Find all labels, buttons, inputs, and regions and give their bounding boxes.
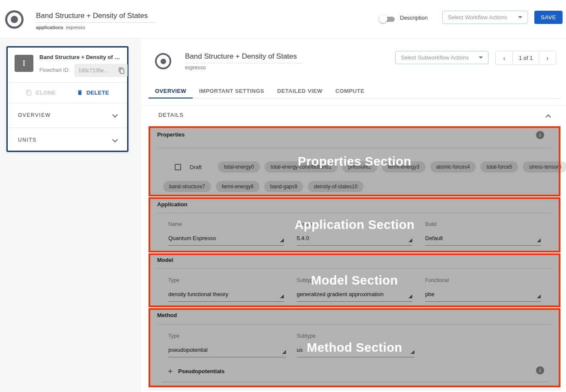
delete-button-label: DELETE [86,89,109,96]
subworkflow-icon [155,53,171,69]
annotation-properties: Properties Section [149,126,560,196]
sidebar-item-label: UNITS [18,137,37,143]
tab-important-settings[interactable]: IMPORTANT SETTINGS [193,84,271,99]
save-button[interactable]: SAVE [534,11,563,24]
details-panel-title: DETAILS [158,112,184,118]
flowchart-id-value: 193c7135e… [78,68,118,74]
flowchart-id-label: Flowchart ID: [39,67,70,73]
chevron-up-icon [545,114,551,120]
delete-button[interactable]: DELETE [77,89,109,96]
flowchart-id-field[interactable]: 193c7135e… [74,64,128,77]
app-header: Band Structure + Density of States appli… [0,0,566,39]
unit-card-title: Band Structure + Density of … [39,54,123,60]
breadcrumb-value: espresso [66,25,85,30]
annotation-label: Model Section [311,273,398,288]
annotation-application: Application Section [149,197,560,252]
sidebar-item-overview[interactable]: OVERVIEW [8,103,127,127]
tab-detailed-view[interactable]: DETAILED VIEW [271,84,329,99]
workflow-title[interactable]: Band Structure + Density of States [36,12,155,23]
workflow-actions-label: Select Workflow Actions [448,14,507,21]
tab-bar-divider [149,98,560,99]
annotation-method: Method Section [149,308,560,387]
tab-overview[interactable]: OVERVIEW [149,84,193,99]
properties-section: Properties i Draft total-energy0 total-e… [149,126,560,196]
sidebar-item-label: OVERVIEW [18,112,51,118]
subworkflow-subtitle: espresso [185,65,206,71]
tab-bar: OVERVIEW IMPORTANT SETTINGS DETAILED VIE… [149,84,371,99]
application-section: Application Name Quantum Espresso Versio… [149,197,560,252]
caret-down-icon [479,56,483,59]
annotation-label: Properties Section [298,154,411,169]
chevron-down-icon [112,112,118,118]
trash-icon [77,89,83,96]
pager-next-button[interactable]: › [539,51,556,65]
unit-card: I Band Structure + Density of … Flowchar… [6,46,128,152]
subworkflow-pager: ‹ 1 of 1 › [495,51,556,65]
annotation-label: Application Section [295,218,414,232]
breadcrumb-category: applications [36,25,63,30]
sidebar: I Band Structure + Density of … Flowchar… [0,39,141,392]
panel-divider [141,105,566,106]
details-collapse-button[interactable] [546,113,550,121]
clone-button[interactable]: CLONE [26,89,56,96]
caret-down-icon [518,16,522,18]
clone-button-label: CLONE [36,89,56,96]
unit-type-icon: I [15,55,33,72]
annotation-model: Model Section [149,253,560,307]
copy-icon[interactable] [118,67,125,74]
model-section: Model Type density functional theory Sub… [149,253,560,307]
workflow-actions-select[interactable]: Select Workflow Actions [442,11,528,24]
chevron-down-icon [112,137,118,143]
pager-label: 1 of 1 [513,51,539,65]
breadcrumb: applicationsespresso [36,25,85,30]
toggle-knob [379,15,387,23]
clone-icon [26,89,32,96]
annotation-label: Method Section [307,341,402,355]
description-toggle[interactable] [380,16,395,22]
subworkflow-actions-label: Select Subworkflow Actions [401,54,469,61]
sidebar-item-units[interactable]: UNITS [8,128,127,152]
method-section: Method Type pseudopotential Subtype us +… [149,308,560,387]
description-toggle-label: Description [400,15,428,21]
unit-card-actions: CLONE DELETE [8,82,127,103]
subworkflow-title[interactable]: Band Structure + Density of States [185,52,304,63]
pager-prev-button[interactable]: ‹ [495,51,513,65]
next-panel-divider [149,390,560,390]
app-logo-icon [5,10,24,29]
tab-compute[interactable]: COMPUTE [329,84,371,99]
subworkflow-actions-select[interactable]: Select Subworkflow Actions [395,51,489,64]
